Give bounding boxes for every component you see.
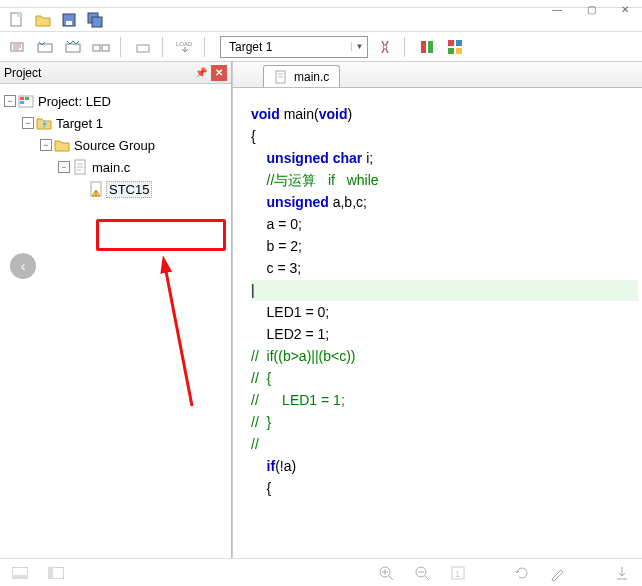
open-icon[interactable] bbox=[32, 9, 54, 31]
svg-rect-32 bbox=[48, 567, 53, 579]
collapse-icon[interactable]: − bbox=[58, 161, 70, 173]
zoom-in-icon[interactable] bbox=[376, 563, 396, 583]
project-root-label: Project: LED bbox=[36, 94, 111, 109]
svg-rect-7 bbox=[38, 44, 52, 52]
manage-books-icon[interactable] bbox=[416, 36, 438, 58]
target-label: Target 1 bbox=[54, 116, 103, 131]
collapse-icon[interactable]: − bbox=[40, 139, 52, 151]
svg-text:!: ! bbox=[95, 190, 97, 197]
header-node-stc15[interactable]: ! STC15 bbox=[4, 178, 227, 200]
svg-rect-23 bbox=[20, 101, 24, 104]
cfile-icon bbox=[72, 159, 88, 175]
svg-point-13 bbox=[383, 45, 387, 49]
window-close-button[interactable]: ✕ bbox=[608, 0, 642, 20]
toolbar-divider bbox=[120, 37, 124, 57]
folder-icon bbox=[54, 137, 70, 153]
source-group-label: Source Group bbox=[72, 138, 155, 153]
svg-rect-30 bbox=[12, 575, 28, 579]
collapse-icon[interactable]: − bbox=[4, 95, 16, 107]
nav-back-button[interactable]: ‹ bbox=[10, 253, 36, 279]
pin-icon[interactable]: 📌 bbox=[195, 67, 207, 78]
rebuild-icon[interactable] bbox=[62, 36, 84, 58]
rotate-icon[interactable] bbox=[512, 563, 532, 583]
editor-tab-label: main.c bbox=[294, 70, 329, 84]
file-label: main.c bbox=[90, 160, 130, 175]
header-label: STC15 bbox=[106, 181, 152, 198]
save-all-icon[interactable] bbox=[84, 9, 106, 31]
cfile-icon bbox=[274, 70, 288, 84]
toolbar-divider bbox=[204, 37, 208, 57]
svg-rect-14 bbox=[421, 41, 426, 53]
project-panel-title: Project bbox=[4, 66, 41, 80]
svg-rect-9 bbox=[93, 45, 100, 51]
annotation-arrow bbox=[152, 256, 212, 416]
batch-build-icon[interactable] bbox=[90, 36, 112, 58]
editor-tab-main-c[interactable]: main.c bbox=[263, 65, 340, 87]
stop-build-icon[interactable] bbox=[132, 36, 154, 58]
svg-rect-15 bbox=[428, 41, 433, 53]
build-toolbar: LOAD Target 1 ▼ bbox=[0, 32, 642, 62]
target-selector[interactable]: Target 1 ▼ bbox=[220, 36, 368, 58]
target-selector-label: Target 1 bbox=[221, 40, 351, 54]
svg-text:LOAD: LOAD bbox=[176, 41, 193, 47]
svg-rect-11 bbox=[137, 45, 149, 52]
svg-rect-8 bbox=[66, 44, 80, 52]
editor-tab-strip: main.c bbox=[233, 62, 642, 88]
download-icon[interactable] bbox=[612, 563, 632, 583]
annotation-highlight-box bbox=[96, 219, 226, 251]
svg-rect-1 bbox=[17, 13, 21, 17]
toolbar-divider bbox=[404, 37, 408, 57]
svg-rect-3 bbox=[66, 21, 72, 25]
target-node[interactable]: − Target 1 bbox=[4, 112, 227, 134]
status-bar: 1 bbox=[0, 558, 642, 586]
chevron-down-icon: ▼ bbox=[351, 42, 367, 51]
maximize-button[interactable]: ▢ bbox=[574, 0, 608, 20]
toolbar-divider bbox=[162, 37, 166, 57]
svg-rect-21 bbox=[20, 97, 24, 100]
project-tree[interactable]: − Project: LED − Target 1 − Source Group… bbox=[0, 84, 231, 558]
svg-rect-5 bbox=[92, 17, 102, 27]
hfile-warn-icon: ! bbox=[88, 181, 104, 197]
edit-icon[interactable] bbox=[548, 563, 568, 583]
build-icon[interactable] bbox=[34, 36, 56, 58]
project-panel: Project 📌 ✕ − Project: LED − Target 1 − bbox=[0, 62, 232, 558]
download-icon[interactable]: LOAD bbox=[174, 36, 196, 58]
options-icon[interactable] bbox=[374, 36, 396, 58]
svg-rect-19 bbox=[456, 48, 462, 54]
panel-close-button[interactable]: ✕ bbox=[211, 65, 227, 81]
svg-rect-16 bbox=[448, 40, 454, 46]
svg-rect-22 bbox=[25, 97, 29, 100]
collapse-icon[interactable]: − bbox=[22, 117, 34, 129]
minimize-button[interactable]: — bbox=[540, 0, 574, 20]
side-pane-icon[interactable] bbox=[46, 563, 66, 583]
file-node-main-c[interactable]: − main.c bbox=[4, 156, 227, 178]
editor-area: main.c void main(void) { unsigned char i… bbox=[232, 62, 642, 558]
project-icon bbox=[18, 93, 34, 109]
save-icon[interactable] bbox=[58, 9, 80, 31]
fit-icon[interactable]: 1 bbox=[448, 563, 468, 583]
project-root-node[interactable]: − Project: LED bbox=[4, 90, 227, 112]
svg-rect-17 bbox=[456, 40, 462, 46]
manage-components-icon[interactable] bbox=[444, 36, 466, 58]
new-file-icon[interactable] bbox=[6, 9, 28, 31]
folder-bolt-icon bbox=[36, 115, 52, 131]
code-editor[interactable]: void main(void) { unsigned char i; //与运算… bbox=[233, 88, 642, 558]
project-panel-header: Project 📌 ✕ bbox=[0, 62, 231, 84]
svg-text:1: 1 bbox=[455, 569, 460, 579]
translate-icon[interactable] bbox=[6, 36, 28, 58]
svg-rect-18 bbox=[448, 48, 454, 54]
output-pane-icon[interactable] bbox=[10, 563, 30, 583]
source-group-node[interactable]: − Source Group bbox=[4, 134, 227, 156]
svg-rect-10 bbox=[102, 45, 109, 51]
svg-line-27 bbox=[164, 261, 192, 406]
zoom-out-icon[interactable] bbox=[412, 563, 432, 583]
